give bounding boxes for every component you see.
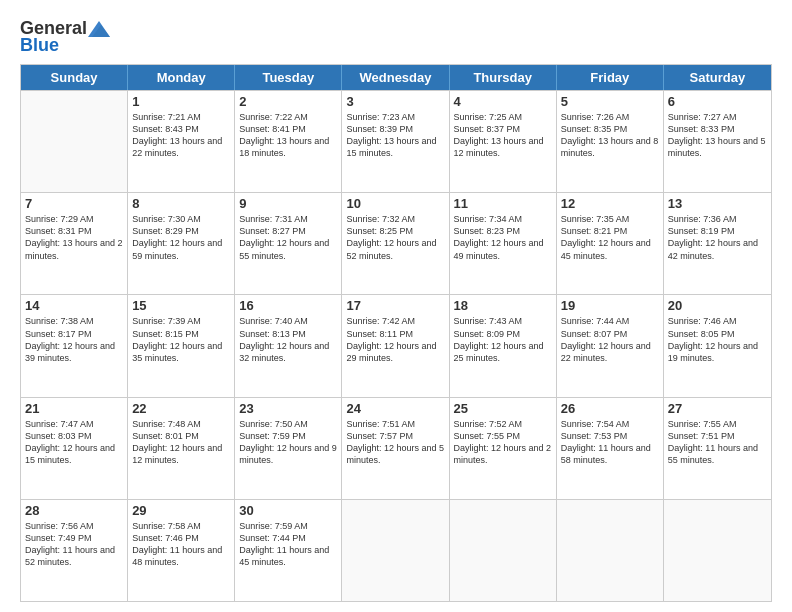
- day-info: Sunrise: 7:23 AMSunset: 8:39 PMDaylight:…: [346, 111, 444, 160]
- day-cell-28: 28Sunrise: 7:56 AMSunset: 7:49 PMDayligh…: [21, 500, 128, 601]
- header: General Blue: [20, 18, 772, 56]
- daylight-label: Daylight: 11 hours and 58 minutes.: [561, 443, 651, 465]
- daylight-label: Daylight: 11 hours and 45 minutes.: [239, 545, 329, 567]
- week-row-4: 21Sunrise: 7:47 AMSunset: 8:03 PMDayligh…: [21, 397, 771, 499]
- sunrise-label: Sunrise: 7:34 AM: [454, 214, 523, 224]
- day-number: 1: [132, 94, 230, 109]
- daylight-label: Daylight: 12 hours and 39 minutes.: [25, 341, 115, 363]
- day-info: Sunrise: 7:52 AMSunset: 7:55 PMDaylight:…: [454, 418, 552, 467]
- daylight-label: Daylight: 13 hours and 22 minutes.: [132, 136, 222, 158]
- sunrise-label: Sunrise: 7:42 AM: [346, 316, 415, 326]
- sunset-label: Sunset: 8:19 PM: [668, 226, 735, 236]
- day-number: 5: [561, 94, 659, 109]
- week-row-1: 1Sunrise: 7:21 AMSunset: 8:43 PMDaylight…: [21, 90, 771, 192]
- sunset-label: Sunset: 7:51 PM: [668, 431, 735, 441]
- day-info: Sunrise: 7:31 AMSunset: 8:27 PMDaylight:…: [239, 213, 337, 262]
- day-cell-21: 21Sunrise: 7:47 AMSunset: 8:03 PMDayligh…: [21, 398, 128, 499]
- sunset-label: Sunset: 7:59 PM: [239, 431, 306, 441]
- day-number: 12: [561, 196, 659, 211]
- sunset-label: Sunset: 8:33 PM: [668, 124, 735, 134]
- day-number: 28: [25, 503, 123, 518]
- day-info: Sunrise: 7:50 AMSunset: 7:59 PMDaylight:…: [239, 418, 337, 467]
- sunrise-label: Sunrise: 7:56 AM: [25, 521, 94, 531]
- day-number: 16: [239, 298, 337, 313]
- day-header-monday: Monday: [128, 65, 235, 90]
- sunset-label: Sunset: 7:49 PM: [25, 533, 92, 543]
- logo: General Blue: [20, 18, 111, 56]
- sunset-label: Sunset: 8:17 PM: [25, 329, 92, 339]
- day-cell-8: 8Sunrise: 7:30 AMSunset: 8:29 PMDaylight…: [128, 193, 235, 294]
- day-number: 24: [346, 401, 444, 416]
- day-number: 20: [668, 298, 767, 313]
- day-info: Sunrise: 7:32 AMSunset: 8:25 PMDaylight:…: [346, 213, 444, 262]
- sunrise-label: Sunrise: 7:25 AM: [454, 112, 523, 122]
- day-info: Sunrise: 7:29 AMSunset: 8:31 PMDaylight:…: [25, 213, 123, 262]
- daylight-label: Daylight: 11 hours and 52 minutes.: [25, 545, 115, 567]
- day-info: Sunrise: 7:56 AMSunset: 7:49 PMDaylight:…: [25, 520, 123, 569]
- sunset-label: Sunset: 8:37 PM: [454, 124, 521, 134]
- day-number: 11: [454, 196, 552, 211]
- empty-cell: [664, 500, 771, 601]
- daylight-label: Daylight: 12 hours and 55 minutes.: [239, 238, 329, 260]
- sunset-label: Sunset: 8:09 PM: [454, 329, 521, 339]
- sunrise-label: Sunrise: 7:54 AM: [561, 419, 630, 429]
- sunrise-label: Sunrise: 7:29 AM: [25, 214, 94, 224]
- daylight-label: Daylight: 12 hours and 5 minutes.: [346, 443, 444, 465]
- daylight-label: Daylight: 13 hours and 8 minutes.: [561, 136, 659, 158]
- day-info: Sunrise: 7:26 AMSunset: 8:35 PMDaylight:…: [561, 111, 659, 160]
- sunrise-label: Sunrise: 7:47 AM: [25, 419, 94, 429]
- day-cell-23: 23Sunrise: 7:50 AMSunset: 7:59 PMDayligh…: [235, 398, 342, 499]
- day-number: 21: [25, 401, 123, 416]
- day-cell-27: 27Sunrise: 7:55 AMSunset: 7:51 PMDayligh…: [664, 398, 771, 499]
- day-info: Sunrise: 7:59 AMSunset: 7:44 PMDaylight:…: [239, 520, 337, 569]
- daylight-label: Daylight: 12 hours and 59 minutes.: [132, 238, 222, 260]
- calendar-header: SundayMondayTuesdayWednesdayThursdayFrid…: [21, 65, 771, 90]
- day-cell-5: 5Sunrise: 7:26 AMSunset: 8:35 PMDaylight…: [557, 91, 664, 192]
- day-header-saturday: Saturday: [664, 65, 771, 90]
- sunset-label: Sunset: 8:29 PM: [132, 226, 199, 236]
- day-info: Sunrise: 7:58 AMSunset: 7:46 PMDaylight:…: [132, 520, 230, 569]
- empty-cell: [450, 500, 557, 601]
- day-info: Sunrise: 7:38 AMSunset: 8:17 PMDaylight:…: [25, 315, 123, 364]
- logo-blue: Blue: [20, 35, 111, 56]
- daylight-label: Daylight: 12 hours and 32 minutes.: [239, 341, 329, 363]
- day-info: Sunrise: 7:51 AMSunset: 7:57 PMDaylight:…: [346, 418, 444, 467]
- sunset-label: Sunset: 7:57 PM: [346, 431, 413, 441]
- day-cell-1: 1Sunrise: 7:21 AMSunset: 8:43 PMDaylight…: [128, 91, 235, 192]
- day-number: 27: [668, 401, 767, 416]
- day-info: Sunrise: 7:43 AMSunset: 8:09 PMDaylight:…: [454, 315, 552, 364]
- sunrise-label: Sunrise: 7:39 AM: [132, 316, 201, 326]
- day-info: Sunrise: 7:55 AMSunset: 7:51 PMDaylight:…: [668, 418, 767, 467]
- daylight-label: Daylight: 12 hours and 12 minutes.: [132, 443, 222, 465]
- sunset-label: Sunset: 8:15 PM: [132, 329, 199, 339]
- day-cell-11: 11Sunrise: 7:34 AMSunset: 8:23 PMDayligh…: [450, 193, 557, 294]
- sunset-label: Sunset: 8:03 PM: [25, 431, 92, 441]
- sunrise-label: Sunrise: 7:46 AM: [668, 316, 737, 326]
- day-cell-18: 18Sunrise: 7:43 AMSunset: 8:09 PMDayligh…: [450, 295, 557, 396]
- day-cell-26: 26Sunrise: 7:54 AMSunset: 7:53 PMDayligh…: [557, 398, 664, 499]
- day-info: Sunrise: 7:34 AMSunset: 8:23 PMDaylight:…: [454, 213, 552, 262]
- day-info: Sunrise: 7:48 AMSunset: 8:01 PMDaylight:…: [132, 418, 230, 467]
- day-info: Sunrise: 7:30 AMSunset: 8:29 PMDaylight:…: [132, 213, 230, 262]
- sunset-label: Sunset: 8:27 PM: [239, 226, 306, 236]
- day-cell-2: 2Sunrise: 7:22 AMSunset: 8:41 PMDaylight…: [235, 91, 342, 192]
- day-number: 4: [454, 94, 552, 109]
- day-cell-20: 20Sunrise: 7:46 AMSunset: 8:05 PMDayligh…: [664, 295, 771, 396]
- day-number: 26: [561, 401, 659, 416]
- day-cell-12: 12Sunrise: 7:35 AMSunset: 8:21 PMDayligh…: [557, 193, 664, 294]
- sunset-label: Sunset: 7:53 PM: [561, 431, 628, 441]
- day-number: 25: [454, 401, 552, 416]
- sunset-label: Sunset: 8:35 PM: [561, 124, 628, 134]
- day-cell-3: 3Sunrise: 7:23 AMSunset: 8:39 PMDaylight…: [342, 91, 449, 192]
- sunset-label: Sunset: 8:31 PM: [25, 226, 92, 236]
- sunrise-label: Sunrise: 7:27 AM: [668, 112, 737, 122]
- sunset-label: Sunset: 7:55 PM: [454, 431, 521, 441]
- daylight-label: Daylight: 13 hours and 15 minutes.: [346, 136, 436, 158]
- day-cell-4: 4Sunrise: 7:25 AMSunset: 8:37 PMDaylight…: [450, 91, 557, 192]
- sunrise-label: Sunrise: 7:40 AM: [239, 316, 308, 326]
- day-info: Sunrise: 7:21 AMSunset: 8:43 PMDaylight:…: [132, 111, 230, 160]
- week-row-5: 28Sunrise: 7:56 AMSunset: 7:49 PMDayligh…: [21, 499, 771, 601]
- day-number: 8: [132, 196, 230, 211]
- sunset-label: Sunset: 8:13 PM: [239, 329, 306, 339]
- sunrise-label: Sunrise: 7:38 AM: [25, 316, 94, 326]
